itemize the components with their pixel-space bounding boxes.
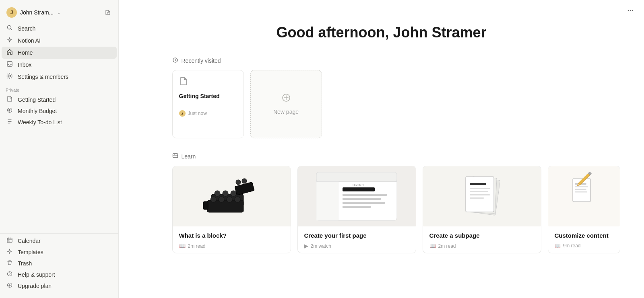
inbox-icon xyxy=(6,61,14,69)
learn-card-block[interactable]: What is a block? 📖 2m read xyxy=(172,166,291,253)
user-menu[interactable]: J John Stram... ⌄ xyxy=(4,6,63,19)
upgrade-plan-label: Upgrade plan xyxy=(18,283,52,289)
new-page-icon-button[interactable] xyxy=(102,7,114,18)
learn-card-subpage-title: Create a subpage xyxy=(429,232,535,239)
learn-icon xyxy=(172,153,178,160)
svg-rect-24 xyxy=(203,201,208,210)
book-icon: 📖 xyxy=(179,243,186,249)
main-header xyxy=(617,0,644,21)
sidebar-item-search[interactable]: Search xyxy=(2,23,117,35)
svg-point-19 xyxy=(231,191,236,196)
learn-card-block-duration: 2m read xyxy=(188,243,206,249)
sidebar-item-inbox[interactable]: Inbox xyxy=(2,59,117,71)
budget-icon xyxy=(6,107,14,115)
sidebar: J John Stram... ⌄ Search Notion AI Hom xyxy=(0,0,119,298)
list-icon xyxy=(6,119,14,126)
svg-rect-32 xyxy=(343,187,375,191)
card-footer: J Just now xyxy=(173,106,244,121)
svg-rect-48 xyxy=(575,186,588,187)
private-section-label: Private xyxy=(0,83,118,94)
learn-section-header: Learn xyxy=(172,153,591,160)
svg-rect-41 xyxy=(470,183,486,185)
sidebar-header: J John Stram... ⌄ xyxy=(0,3,118,22)
clock-icon xyxy=(172,57,178,64)
card-avatar: J xyxy=(179,110,186,117)
svg-rect-14 xyxy=(173,154,178,158)
sidebar-item-settings-label: Settings & members xyxy=(18,74,68,80)
learn-label: Learn xyxy=(182,153,196,160)
sidebar-item-monthly-budget[interactable]: Monthly Budget xyxy=(2,105,117,117)
learn-card-subpage-meta: 📖 2m read xyxy=(429,243,535,249)
help-icon xyxy=(6,271,14,278)
templates-icon xyxy=(6,249,14,256)
greeting-text: Good afternoon, John Stramer xyxy=(172,24,591,41)
sidebar-item-trash[interactable]: Trash xyxy=(2,258,117,269)
svg-rect-43 xyxy=(470,191,488,192)
sidebar-item-notion-ai[interactable]: Notion AI xyxy=(2,35,117,47)
svg-rect-36 xyxy=(343,206,371,208)
learn-card-first-page-title: Create your first page xyxy=(304,232,409,239)
svg-rect-1 xyxy=(7,62,12,66)
svg-point-17 xyxy=(215,191,220,196)
sidebar-item-getting-started[interactable]: Getting Started xyxy=(2,94,117,105)
sidebar-item-calendar[interactable]: 5 Calendar xyxy=(2,235,117,247)
sidebar-bottom: 5 Calendar Templates Trash Help & suppor… xyxy=(0,233,118,295)
svg-point-10 xyxy=(630,10,631,11)
chevron-down-icon: ⌄ xyxy=(57,10,61,15)
trash-icon xyxy=(6,260,14,267)
learn-card-image-page: Untitled xyxy=(298,166,416,226)
sidebar-item-trash-label: Trash xyxy=(18,260,32,267)
user-name: John Stram... xyxy=(20,9,54,16)
recently-visited-cards: Getting Started J Just now New page xyxy=(172,70,591,138)
svg-rect-34 xyxy=(343,198,381,200)
card-time: Just now xyxy=(188,111,207,116)
sidebar-item-search-label: Search xyxy=(18,25,35,32)
sidebar-item-help-label: Help & support xyxy=(18,271,55,278)
svg-point-11 xyxy=(632,10,633,11)
more-options-button[interactable] xyxy=(625,5,636,16)
svg-rect-44 xyxy=(470,194,490,195)
svg-rect-35 xyxy=(343,202,385,204)
book-icon-3: 📖 xyxy=(555,243,561,249)
sidebar-item-notion-ai-label: Notion AI xyxy=(18,37,41,44)
learn-card-subpage-duration: 2m read xyxy=(438,243,456,249)
svg-point-23 xyxy=(235,197,240,202)
sidebar-item-home[interactable]: Home xyxy=(2,47,117,59)
svg-point-27 xyxy=(242,178,248,184)
recent-card-getting-started[interactable]: Getting Started J Just now xyxy=(172,70,244,138)
main-content-area: Good afternoon, John Stramer Recently vi… xyxy=(119,0,644,298)
book-icon-2: 📖 xyxy=(429,243,436,249)
recently-visited-label: Recently visited xyxy=(182,58,221,64)
svg-point-9 xyxy=(628,10,629,11)
upgrade-icon xyxy=(6,282,14,290)
svg-point-22 xyxy=(227,197,232,202)
learn-card-block-title: What is a block? xyxy=(179,232,284,239)
plus-icon xyxy=(282,93,291,105)
learn-card-first-page-duration: 2m watch xyxy=(311,243,331,249)
sidebar-item-inbox-label: Inbox xyxy=(18,62,31,68)
sidebar-item-weekly-todo[interactable]: Weekly To-do List xyxy=(2,117,117,128)
sidebar-item-templates-label: Templates xyxy=(18,249,43,255)
settings-icon xyxy=(6,73,14,81)
sidebar-item-settings[interactable]: Settings & members xyxy=(2,71,117,83)
upgrade-plan-button[interactable]: Upgrade plan xyxy=(2,280,117,292)
sidebar-item-help[interactable]: Help & support xyxy=(2,269,117,280)
sidebar-item-templates[interactable]: Templates xyxy=(2,247,117,258)
learn-card-customize[interactable]: Customize content 📖 9m read xyxy=(548,166,620,253)
learn-card-image-customize xyxy=(548,166,620,226)
new-page-card[interactable]: New page xyxy=(250,70,322,138)
sidebar-item-calendar-label: Calendar xyxy=(18,238,41,244)
learn-card-first-page[interactable]: Untitled Create your first page ▶ 2m wat… xyxy=(297,166,416,253)
home-page: Good afternoon, John Stramer Recently vi… xyxy=(140,0,623,269)
sidebar-item-home-label: Home xyxy=(18,49,33,56)
svg-point-18 xyxy=(223,191,228,196)
svg-rect-49 xyxy=(575,189,586,190)
learn-cards-row: What is a block? 📖 2m read xyxy=(172,166,591,253)
svg-rect-42 xyxy=(470,188,490,189)
svg-rect-45 xyxy=(470,197,484,199)
learn-card-first-page-meta: ▶ 2m watch xyxy=(304,243,409,249)
notion-ai-icon xyxy=(6,37,14,45)
play-icon: ▶ xyxy=(304,243,308,249)
avatar: J xyxy=(6,7,17,18)
learn-card-subpage[interactable]: Create a subpage 📖 2m read xyxy=(423,166,541,253)
